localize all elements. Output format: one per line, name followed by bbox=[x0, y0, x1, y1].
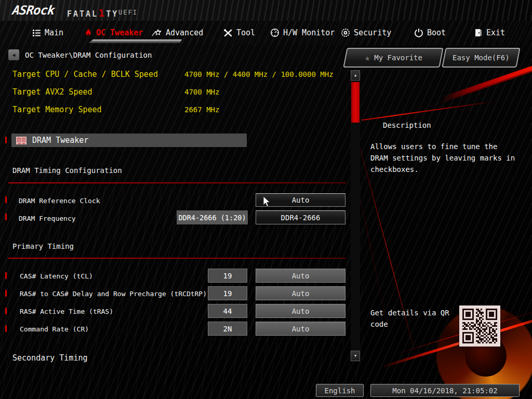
row-marker bbox=[5, 308, 7, 314]
nav-advanced-label: Advanced bbox=[166, 28, 203, 37]
row-marker bbox=[5, 214, 7, 220]
uefi-label: UEFI bbox=[118, 9, 138, 16]
back-arrow-icon: ◀ bbox=[12, 52, 15, 58]
fatality-logo: FATAL1TY bbox=[67, 7, 118, 19]
dram-frequency-label: DRAM Frequency bbox=[19, 215, 76, 222]
scrollbar[interactable]: ▲ ▼ bbox=[351, 70, 360, 362]
nav-security[interactable]: Security bbox=[341, 28, 391, 37]
scroll-down-button[interactable]: ▼ bbox=[351, 351, 360, 361]
tcl-label: CAS# Latency (tCL) bbox=[20, 272, 93, 280]
cr-value[interactable]: 2N bbox=[208, 322, 247, 336]
scroll-down-icon: ▼ bbox=[354, 354, 356, 358]
easy-mode-button[interactable]: Easy Mode(F6) bbox=[442, 48, 520, 68]
dram-tweaker-icon bbox=[16, 136, 27, 145]
tras-value[interactable]: 44 bbox=[208, 304, 247, 318]
my-favorite-label: My Favorite bbox=[374, 54, 422, 62]
easy-mode-label: Easy Mode(F6) bbox=[453, 54, 510, 62]
row-marker bbox=[5, 196, 7, 203]
security-icon bbox=[341, 28, 350, 37]
nav-oc-tweaker[interactable]: OC Tweaker bbox=[84, 28, 143, 37]
asrock-logo: ASRock bbox=[11, 3, 56, 18]
cr-label: Command Rate (CR) bbox=[20, 325, 89, 333]
language-button[interactable]: English bbox=[316, 384, 364, 397]
tras-auto-button[interactable]: Auto bbox=[256, 304, 345, 318]
primary-timing-title: Primary Timing bbox=[12, 242, 74, 250]
dram-ref-clock-label: DRAM Reference Clock bbox=[19, 197, 100, 205]
secondary-timing-title: Secondary Timing bbox=[12, 353, 88, 363]
qr-code-grid bbox=[462, 309, 497, 343]
qr-code bbox=[459, 305, 500, 347]
main-icon bbox=[32, 29, 41, 37]
nav-tool-label: Tool bbox=[236, 28, 255, 37]
row-marker bbox=[5, 325, 7, 332]
row-marker bbox=[5, 290, 7, 297]
fatality-one: 1 bbox=[98, 7, 106, 19]
description-title: Description bbox=[383, 121, 431, 129]
trcdtrp-auto-button[interactable]: Auto bbox=[256, 286, 345, 300]
description-body: Allows users to fine tune the DRAM setti… bbox=[370, 141, 518, 175]
scroll-up-icon: ▲ bbox=[354, 73, 356, 77]
section-divider bbox=[8, 182, 346, 183]
target-avx2-value: 4700 MHz bbox=[184, 88, 219, 96]
nav-hw-monitor-label: H/W Monitor bbox=[283, 28, 335, 37]
my-favorite-button[interactable]: ★My Favorite bbox=[343, 48, 443, 68]
qr-caption: Get details via QR code bbox=[370, 307, 456, 330]
dram-tweaker-row[interactable]: DRAM Tweaker bbox=[11, 134, 247, 147]
brand-banner: ASRock FATAL1TY UEFI bbox=[0, 0, 532, 21]
target-avx2-label: Target AVX2 Speed bbox=[12, 87, 92, 97]
nav-tool[interactable]: Tool bbox=[223, 28, 255, 37]
exit-icon bbox=[474, 28, 483, 37]
nav-oc-tweaker-label: OC Tweaker bbox=[96, 28, 143, 37]
trcdtrp-label: RAS# to CAS# Delay and Row Precharge (tR… bbox=[20, 290, 207, 298]
nav-advanced[interactable]: Advanced bbox=[152, 28, 203, 37]
tras-label: RAS# Active Time (tRAS) bbox=[20, 308, 113, 315]
nav-hw-monitor[interactable]: H/W Monitor bbox=[270, 28, 335, 37]
timing-config-title: DRAM Timing Configuration bbox=[12, 166, 122, 175]
row-marker bbox=[5, 137, 7, 143]
advanced-icon bbox=[152, 29, 162, 37]
scroll-up-button[interactable]: ▲ bbox=[351, 70, 360, 81]
nav-boot-label: Boot bbox=[427, 28, 446, 37]
tcl-auto-button[interactable]: Auto bbox=[256, 269, 345, 283]
trcdtrp-value[interactable]: 19 bbox=[208, 286, 247, 300]
breadcrumb: OC Tweaker\DRAM Configuration bbox=[25, 51, 152, 59]
dram-frequency-dropdown[interactable]: DDR4-2666 bbox=[256, 210, 345, 224]
mouse-cursor bbox=[263, 196, 271, 207]
cr-auto-button[interactable]: Auto bbox=[256, 322, 345, 336]
row-marker bbox=[5, 272, 7, 279]
target-memory-label: Target Memory Speed bbox=[12, 105, 102, 114]
star-icon: ★ bbox=[365, 52, 370, 63]
main-nav: Main OC Tweaker Advanced Tool H/W Monito… bbox=[0, 21, 532, 45]
bios-screen: ASRock FATAL1TY UEFI Main OC Tweaker Adv… bbox=[0, 0, 532, 399]
tool-icon bbox=[223, 29, 233, 37]
nav-boot[interactable]: Boot bbox=[414, 28, 446, 37]
nav-main-label: Main bbox=[45, 28, 63, 37]
section-divider bbox=[8, 258, 346, 259]
nav-main[interactable]: Main bbox=[32, 28, 63, 37]
tcl-value[interactable]: 19 bbox=[208, 269, 247, 283]
datetime-display: Mon 04/16/2018, 21:05:02 bbox=[370, 384, 520, 397]
back-button[interactable]: ◀ bbox=[8, 49, 19, 60]
hw-monitor-icon bbox=[270, 28, 280, 37]
oc-tweaker-icon bbox=[84, 28, 92, 37]
nav-exit[interactable]: Exit bbox=[474, 28, 505, 37]
scrollbar-thumb[interactable] bbox=[351, 82, 360, 123]
nav-exit-label: Exit bbox=[486, 28, 505, 37]
target-memory-value: 2667 MHz bbox=[184, 105, 219, 114]
nav-security-label: Security bbox=[354, 28, 391, 37]
dram-tweaker-label: DRAM Tweaker bbox=[32, 136, 88, 145]
active-tab-underline bbox=[88, 39, 182, 43]
boot-icon bbox=[414, 28, 423, 37]
target-cpu-value: 4700 MHz / 4400 MHz / 100.0000 MHz bbox=[184, 70, 334, 78]
target-cpu-label: Target CPU / Cache / BCLK Speed bbox=[12, 70, 158, 79]
dram-frequency-value: DDR4-2666 (1:20) bbox=[177, 210, 248, 224]
